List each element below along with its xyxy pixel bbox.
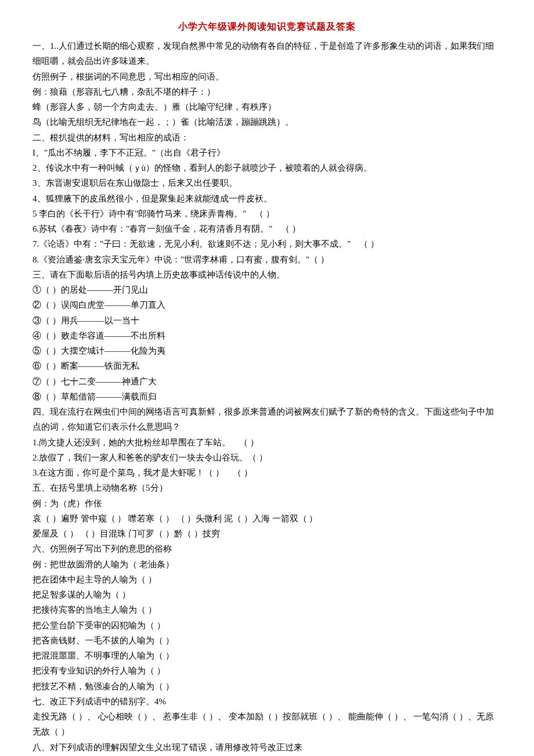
text-line: 五、在括号里填上动物名称（5分） [33,480,501,495]
text-line: 把混混噩噩、不明事理的人喻为（ ） [33,648,501,663]
text-line: 把在团体中起主导的人喻为（ ） [33,572,501,587]
text-line: 例：把世故圆滑的人喻为（ 老油条） [33,557,501,572]
text-line: 蜂（形容人多，朝一个方向走去、）雁（比喻守纪律，有秩序） [33,99,501,114]
text-line: ③（ ）用兵———以一当十 [33,313,501,328]
text-line: 2.放假了，我们一家人和爸爸的驴友们一块去令山谷玩。（ ） [33,450,501,465]
text-line: ⑤（ ）大摆空城计———化险为夷 [33,343,501,358]
text-line: 例：为（虎）作伥 [33,496,501,511]
text-line: 把接待宾客的当地主人喻为（ ） [33,602,501,617]
text-line: 6.苏轼《春夜》诗中有："春宵一刻值千金，花有清香月有阴。" （ ） [33,221,501,236]
text-line: 仿照例子，根据词的不同意思，写出相应的问语。 [33,69,501,84]
text-line: 鸟（比喻无组织无纪律地在一起，；）雀（比喻活泼，蹦蹦跳跳）。 [33,114,501,129]
text-line: 一、1..人们通过长期的细心观察，发现自然界中常见的动物有各自的特征，于是创造了… [33,38,501,69]
text-line: 3.在这方面，你可是个菜鸟，我才是大虾呢！（ ） （ ） [33,465,501,480]
text-line: 7.《论语》中有："子曰：无欲速，无见小利。欲速则不达；见小利，则大事不成。" … [33,236,501,251]
text-line: 3、东晋谢安退职后在东山做隐士，后来又出任要职。 [33,175,501,190]
text-line: 8.《资治通鉴·唐玄宗天宝元年》中说："世谓李林甫，口有蜜，腹有剑。"（ ） [33,252,501,267]
text-line: 把足智多谋的人喻为（ ） [33,587,501,602]
text-line: 六、仿照例子写出下列的意思的俗称 [33,541,501,556]
text-line: ⑧（ ）草船借箭———满载而归 [33,389,501,404]
text-line: ⑦（ ）七十二变———神通广大 [33,374,501,389]
text-line: 三、请在下面歇后语的括号内填上历史故事或神话传说中的人物。 [33,267,501,282]
text-line: 5 李白的《长干行》诗中有"郎骑竹马来，绕床弄青梅。" （ ） [33,206,501,221]
text-line: 2、传说水中有一种叫蜮（ｙù）的怪物，看到人的影子就喷沙子，被喷着的人就会得病。 [33,160,501,175]
text-line: ⑥（ ）断案———铁面无私 [33,358,501,373]
text-line: 4、狐狸腋下的皮虽然很小，但是聚集起来就能缝成一件皮袄。 [33,191,501,206]
text-line: 七、改正下列成语中的错别字。4% [33,694,501,709]
text-line: 四、现在流行在网虫们中间的网络语言可真新鲜，很多原来普通的词被网友们赋予了新的奇… [33,404,501,435]
text-line: 八、对下列成语的理解因望文生义出现了错误，请用修改符号改正过来 [33,740,501,755]
text-line: 例：狼藉（形容乱七八糟，杂乱不堪的样子：） [33,84,501,99]
text-line: 把技艺不精，勉强凑合的人喻为（ ） [33,679,501,694]
doc-title: 小学六年级课外阅读知识竞赛试题及答案 [33,19,501,35]
doc-body: 一、1..人们通过长期的细心观察，发现自然界中常见的动物有各自的特征，于是创造了… [33,38,501,756]
text-line: 二、根扒提供的材料，写出相应的成语： [33,130,501,145]
text-line: 哀（ ）遍野 管中窥（ ） 噤若寒（ ） （ ）头微利 泥（ ）入海 一箭双（ … [33,511,501,526]
text-line: 走投无路（ ）、 心心相映（ ）、 惹事生非（ ）、 变本加励（ ）按部就班（ … [33,709,501,740]
text-line: ④（ ）败走华容道———不出所料 [33,328,501,343]
text-line: 把没有专业知识的外行人喻为（ ） [33,663,501,678]
text-line: 爱屋及（ ） （ ）目混珠 门可罗（ ）黔（ ）技穷 [33,526,501,541]
text-line: ②（ ）误闯白虎堂———单刀直入 [33,297,501,312]
text-line: 把吝啬钱财、一毛不拔的人喻为（ ） [33,633,501,648]
text-line: I、"瓜出不纳履，李下不正冠。"（出自《君子行》 [33,145,501,160]
text-line: ①（ ）的居处———开门见山 [33,282,501,297]
text-line: 把公堂台阶下受审的囚犯喻为（ ） [33,618,501,633]
text-line: 1.尚文捷人还没到，她的大批粉丝却早围在了车站。 （ ） [33,435,501,450]
